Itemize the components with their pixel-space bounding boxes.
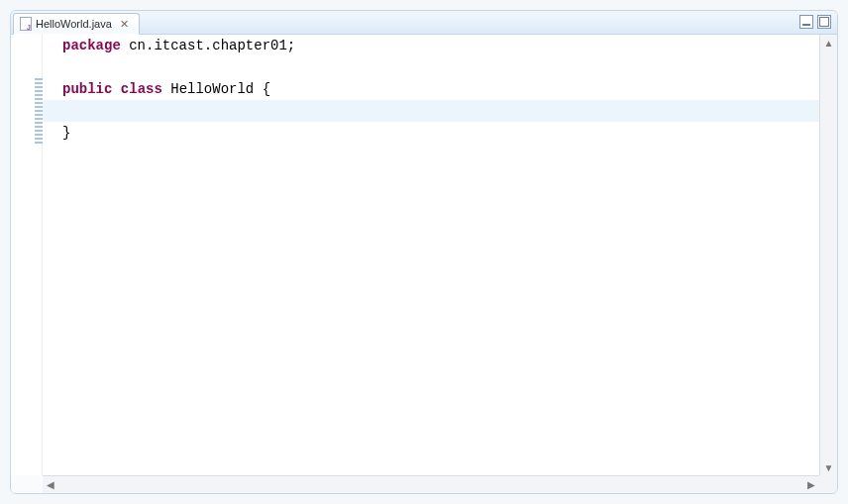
horizontal-scrollbar[interactable]: ◀ ▶ <box>43 475 819 493</box>
vertical-scrollbar[interactable]: ▲ ▼ <box>819 35 837 475</box>
text-token <box>112 81 120 97</box>
editor-panel: HelloWorld.java ✕ package cn.itcast.chap… <box>10 10 838 494</box>
text-token: cn.itcast.chapter01; <box>121 38 295 53</box>
editor-body: package cn.itcast.chapter01;public class… <box>11 35 837 475</box>
bottom-scroll-row: ◀ ▶ <box>11 475 837 493</box>
scroll-corner <box>819 475 837 493</box>
text-token: HelloWorld { <box>162 81 270 97</box>
close-tab-icon[interactable]: ✕ <box>119 18 131 30</box>
gutter-corner <box>11 475 43 493</box>
tab-filename: HelloWorld.java <box>36 18 112 30</box>
keyword-token: public <box>62 81 112 97</box>
code-line[interactable] <box>43 100 819 122</box>
keyword-token: package <box>62 38 121 53</box>
scroll-right-button[interactable]: ▶ <box>803 477 819 493</box>
text-token: } <box>62 125 70 141</box>
maximize-view-button[interactable] <box>817 15 831 29</box>
code-line[interactable]: } <box>43 122 819 144</box>
code-line[interactable] <box>43 56 819 78</box>
tab-bar: HelloWorld.java ✕ <box>11 11 837 35</box>
code-area[interactable]: package cn.itcast.chapter01;public class… <box>43 35 819 475</box>
fold-mark[interactable] <box>35 78 43 144</box>
java-file-icon <box>20 17 32 31</box>
tab-helloworld[interactable]: HelloWorld.java ✕ <box>13 13 140 35</box>
scroll-down-button[interactable]: ▼ <box>821 459 837 475</box>
code-line[interactable]: public class HelloWorld { <box>43 78 819 100</box>
scroll-left-button[interactable]: ◀ <box>43 477 58 493</box>
view-controls <box>799 15 831 29</box>
minimize-view-button[interactable] <box>799 15 813 29</box>
gutter <box>11 35 43 475</box>
code-line[interactable]: package cn.itcast.chapter01; <box>43 35 819 56</box>
scroll-up-button[interactable]: ▲ <box>821 35 837 50</box>
keyword-token: class <box>121 81 162 97</box>
text-token <box>62 103 129 119</box>
